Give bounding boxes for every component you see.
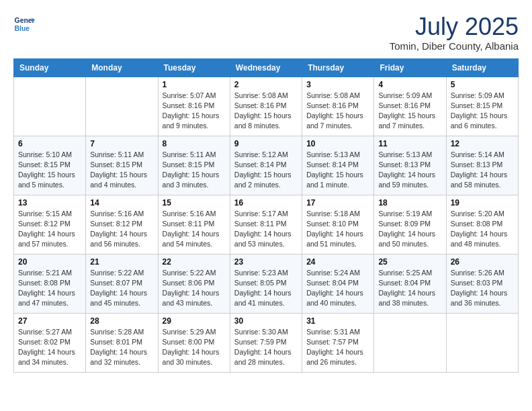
day-number: 25 bbox=[378, 257, 441, 267]
day-number: 17 bbox=[306, 198, 369, 208]
week-row-4: 20Sunrise: 5:21 AMSunset: 8:08 PMDayligh… bbox=[14, 254, 519, 313]
day-detail: Sunrise: 5:30 AMSunset: 7:59 PMDaylight:… bbox=[234, 327, 298, 368]
svg-text:Blue: Blue bbox=[15, 25, 30, 32]
location-title: Tomin, Diber County, Albania bbox=[390, 40, 519, 52]
day-detail: Sunrise: 5:10 AMSunset: 8:15 PMDaylight:… bbox=[18, 150, 81, 191]
day-detail: Sunrise: 5:07 AMSunset: 8:16 PMDaylight:… bbox=[163, 91, 226, 132]
day-number: 24 bbox=[306, 257, 369, 267]
day-header-sunday: Sunday bbox=[14, 58, 86, 77]
calendar-cell: 4Sunrise: 5:09 AMSunset: 8:16 PMDaylight… bbox=[374, 77, 446, 136]
calendar-table: SundayMondayTuesdayWednesdayThursdayFrid… bbox=[13, 58, 519, 373]
day-detail: Sunrise: 5:16 AMSunset: 8:11 PMDaylight:… bbox=[163, 209, 226, 250]
day-header-tuesday: Tuesday bbox=[158, 58, 230, 77]
calendar-cell: 16Sunrise: 5:17 AMSunset: 8:11 PMDayligh… bbox=[230, 195, 302, 254]
calendar-cell: 1Sunrise: 5:07 AMSunset: 8:16 PMDaylight… bbox=[158, 77, 230, 136]
calendar-cell: 3Sunrise: 5:08 AMSunset: 8:16 PMDaylight… bbox=[302, 77, 374, 136]
day-header-thursday: Thursday bbox=[302, 58, 374, 77]
calendar-cell: 28Sunrise: 5:28 AMSunset: 8:01 PMDayligh… bbox=[86, 313, 158, 372]
day-detail: Sunrise: 5:14 AMSunset: 8:13 PMDaylight:… bbox=[451, 150, 514, 191]
calendar-cell bbox=[374, 313, 446, 372]
day-detail: Sunrise: 5:27 AMSunset: 8:02 PMDaylight:… bbox=[18, 327, 81, 368]
day-detail: Sunrise: 5:09 AMSunset: 8:15 PMDaylight:… bbox=[451, 91, 514, 132]
day-number: 15 bbox=[163, 198, 226, 208]
calendar-cell: 6Sunrise: 5:10 AMSunset: 8:15 PMDaylight… bbox=[14, 136, 86, 195]
calendar-cell: 11Sunrise: 5:13 AMSunset: 8:13 PMDayligh… bbox=[374, 136, 446, 195]
day-number: 9 bbox=[234, 139, 298, 148]
day-detail: Sunrise: 5:09 AMSunset: 8:16 PMDaylight:… bbox=[378, 91, 441, 132]
calendar-cell: 15Sunrise: 5:16 AMSunset: 8:11 PMDayligh… bbox=[158, 195, 230, 254]
calendar-cell: 7Sunrise: 5:11 AMSunset: 8:15 PMDaylight… bbox=[86, 136, 158, 195]
day-number: 21 bbox=[90, 257, 153, 267]
day-number: 28 bbox=[90, 316, 153, 326]
calendar-cell: 22Sunrise: 5:22 AMSunset: 8:06 PMDayligh… bbox=[158, 254, 230, 313]
day-number: 19 bbox=[451, 198, 514, 208]
calendar-cell: 9Sunrise: 5:12 AMSunset: 8:14 PMDaylight… bbox=[230, 136, 302, 195]
day-header-monday: Monday bbox=[86, 58, 158, 77]
calendar-cell bbox=[446, 313, 518, 372]
calendar-cell: 13Sunrise: 5:15 AMSunset: 8:12 PMDayligh… bbox=[14, 195, 86, 254]
day-number: 14 bbox=[90, 198, 153, 208]
day-detail: Sunrise: 5:29 AMSunset: 8:00 PMDaylight:… bbox=[163, 327, 226, 368]
calendar-cell: 12Sunrise: 5:14 AMSunset: 8:13 PMDayligh… bbox=[446, 136, 518, 195]
calendar-cell: 31Sunrise: 5:31 AMSunset: 7:57 PMDayligh… bbox=[302, 313, 374, 372]
calendar-cell: 14Sunrise: 5:16 AMSunset: 8:12 PMDayligh… bbox=[86, 195, 158, 254]
calendar-cell: 2Sunrise: 5:08 AMSunset: 8:16 PMDaylight… bbox=[230, 77, 302, 136]
day-number: 11 bbox=[378, 139, 441, 148]
calendar-cell: 23Sunrise: 5:23 AMSunset: 8:05 PMDayligh… bbox=[230, 254, 302, 313]
day-detail: Sunrise: 5:26 AMSunset: 8:03 PMDaylight:… bbox=[451, 268, 514, 309]
page-header: General Blue July 2025 Tomin, Diber Coun… bbox=[13, 13, 519, 52]
calendar-cell: 26Sunrise: 5:26 AMSunset: 8:03 PMDayligh… bbox=[446, 254, 518, 313]
day-detail: Sunrise: 5:20 AMSunset: 8:08 PMDaylight:… bbox=[451, 209, 514, 250]
day-detail: Sunrise: 5:13 AMSunset: 8:13 PMDaylight:… bbox=[378, 150, 441, 191]
day-detail: Sunrise: 5:19 AMSunset: 8:09 PMDaylight:… bbox=[378, 209, 441, 250]
day-detail: Sunrise: 5:15 AMSunset: 8:12 PMDaylight:… bbox=[18, 209, 81, 250]
day-number: 12 bbox=[451, 139, 514, 148]
days-header-row: SundayMondayTuesdayWednesdayThursdayFrid… bbox=[14, 58, 519, 77]
logo: General Blue bbox=[13, 13, 35, 35]
day-detail: Sunrise: 5:21 AMSunset: 8:08 PMDaylight:… bbox=[18, 268, 81, 309]
day-number: 2 bbox=[234, 80, 298, 89]
calendar-cell: 24Sunrise: 5:24 AMSunset: 8:04 PMDayligh… bbox=[302, 254, 374, 313]
day-number: 23 bbox=[234, 257, 298, 267]
day-detail: Sunrise: 5:22 AMSunset: 8:06 PMDaylight:… bbox=[163, 268, 226, 309]
day-detail: Sunrise: 5:23 AMSunset: 8:05 PMDaylight:… bbox=[234, 268, 298, 309]
day-detail: Sunrise: 5:28 AMSunset: 8:01 PMDaylight:… bbox=[90, 327, 153, 368]
day-detail: Sunrise: 5:31 AMSunset: 7:57 PMDaylight:… bbox=[306, 327, 369, 368]
month-title: July 2025 bbox=[390, 13, 519, 40]
week-row-2: 6Sunrise: 5:10 AMSunset: 8:15 PMDaylight… bbox=[14, 136, 519, 195]
day-detail: Sunrise: 5:08 AMSunset: 8:16 PMDaylight:… bbox=[306, 91, 369, 132]
day-number: 10 bbox=[306, 139, 369, 148]
calendar-cell: 25Sunrise: 5:25 AMSunset: 8:04 PMDayligh… bbox=[374, 254, 446, 313]
day-detail: Sunrise: 5:25 AMSunset: 8:04 PMDaylight:… bbox=[378, 268, 441, 309]
day-detail: Sunrise: 5:24 AMSunset: 8:04 PMDaylight:… bbox=[306, 268, 369, 309]
day-detail: Sunrise: 5:12 AMSunset: 8:14 PMDaylight:… bbox=[234, 150, 298, 191]
day-number: 5 bbox=[451, 80, 514, 89]
day-detail: Sunrise: 5:22 AMSunset: 8:07 PMDaylight:… bbox=[90, 268, 153, 309]
calendar-cell: 29Sunrise: 5:29 AMSunset: 8:00 PMDayligh… bbox=[158, 313, 230, 372]
day-number: 16 bbox=[234, 198, 298, 208]
calendar-cell: 19Sunrise: 5:20 AMSunset: 8:08 PMDayligh… bbox=[446, 195, 518, 254]
day-number: 3 bbox=[306, 80, 369, 89]
day-number: 22 bbox=[163, 257, 226, 267]
day-header-wednesday: Wednesday bbox=[230, 58, 302, 77]
title-block: July 2025 Tomin, Diber County, Albania bbox=[390, 13, 519, 52]
calendar-cell: 10Sunrise: 5:13 AMSunset: 8:14 PMDayligh… bbox=[302, 136, 374, 195]
calendar-cell bbox=[14, 77, 86, 136]
day-number: 27 bbox=[18, 316, 81, 326]
day-detail: Sunrise: 5:13 AMSunset: 8:14 PMDaylight:… bbox=[306, 150, 369, 191]
calendar-cell: 30Sunrise: 5:30 AMSunset: 7:59 PMDayligh… bbox=[230, 313, 302, 372]
day-number: 7 bbox=[90, 139, 153, 148]
day-number: 26 bbox=[451, 257, 514, 267]
day-number: 4 bbox=[378, 80, 441, 89]
calendar-cell: 27Sunrise: 5:27 AMSunset: 8:02 PMDayligh… bbox=[14, 313, 86, 372]
day-detail: Sunrise: 5:18 AMSunset: 8:10 PMDaylight:… bbox=[306, 209, 369, 250]
week-row-5: 27Sunrise: 5:27 AMSunset: 8:02 PMDayligh… bbox=[14, 313, 519, 372]
calendar-cell: 20Sunrise: 5:21 AMSunset: 8:08 PMDayligh… bbox=[14, 254, 86, 313]
logo-icon: General Blue bbox=[13, 13, 35, 35]
day-number: 6 bbox=[18, 139, 81, 148]
week-row-1: 1Sunrise: 5:07 AMSunset: 8:16 PMDaylight… bbox=[14, 77, 519, 136]
day-number: 8 bbox=[163, 139, 226, 148]
day-detail: Sunrise: 5:11 AMSunset: 8:15 PMDaylight:… bbox=[163, 150, 226, 191]
day-number: 18 bbox=[378, 198, 441, 208]
calendar-cell bbox=[86, 77, 158, 136]
